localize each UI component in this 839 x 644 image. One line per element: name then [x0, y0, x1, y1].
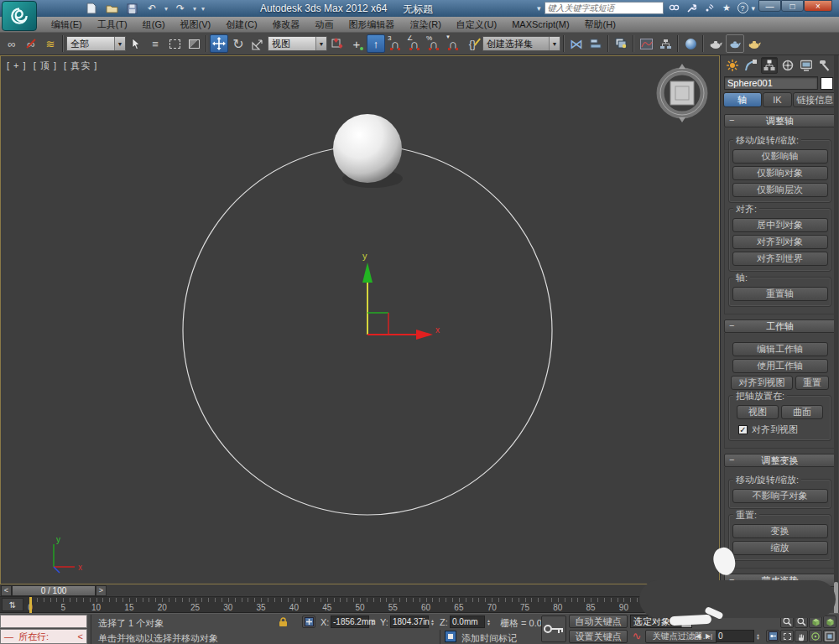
- viewport-canvas[interactable]: y x y x: [1, 56, 719, 584]
- subscription-wrench-icon[interactable]: [685, 2, 699, 14]
- unlink-selection-icon[interactable]: ∞: [22, 34, 40, 53]
- place-view-button[interactable]: 视图: [737, 405, 779, 419]
- auto-key-button[interactable]: 自动关键点: [569, 615, 628, 628]
- favorites-star-icon[interactable]: ★: [720, 2, 734, 14]
- menu-maxscript[interactable]: MAXScript(M): [504, 17, 576, 32]
- add-time-tag-icon[interactable]: [445, 631, 456, 642]
- selection-lock-icon[interactable]: [277, 615, 289, 628]
- menu-views[interactable]: 视图(V): [173, 17, 219, 32]
- move-gizmo[interactable]: y x: [362, 251, 440, 340]
- z-spinner[interactable]: ▲▼: [485, 615, 492, 628]
- reset-working-pivot-button[interactable]: 重置: [795, 376, 829, 390]
- zoom-icon[interactable]: [780, 615, 794, 628]
- menu-group[interactable]: 组(G): [135, 17, 173, 32]
- affect-pivot-only-button[interactable]: 仅影响轴: [732, 149, 828, 164]
- y-spinner[interactable]: ▲▼: [429, 615, 436, 628]
- select-and-link-icon[interactable]: ∞: [3, 34, 21, 53]
- spinner-snap-toggle-icon[interactable]: ▼∩: [444, 34, 462, 53]
- viewport-pov-menu[interactable]: [ 顶 ]: [34, 60, 57, 70]
- menu-edit[interactable]: 编辑(E): [44, 17, 90, 32]
- menu-customize[interactable]: 自定义(U): [449, 17, 504, 32]
- subtab-pivot[interactable]: 轴: [723, 92, 762, 107]
- checkbox-box-unchecked[interactable]: ✓: [734, 600, 743, 609]
- edit-named-selection-sets-icon[interactable]: {}: [463, 34, 482, 53]
- align-icon[interactable]: [586, 34, 605, 53]
- keyboard-shortcut-override-icon[interactable]: ↑: [367, 34, 385, 53]
- viewport-shading-menu[interactable]: [ 真实 ]: [64, 60, 97, 70]
- rollout-header[interactable]: − 蒙皮姿势: [724, 574, 836, 587]
- menu-create[interactable]: 创建(C): [218, 17, 264, 32]
- center-to-object-button[interactable]: 居中到对象: [732, 218, 828, 232]
- tab-create-icon[interactable]: [724, 57, 741, 74]
- current-frame-marker[interactable]: [29, 597, 32, 613]
- zoom-all-icon[interactable]: [795, 615, 808, 628]
- select-and-manipulate-icon[interactable]: +: [347, 34, 366, 53]
- maxscript-listener-row[interactable]: — 所在行: <: [0, 629, 87, 644]
- bind-to-space-warp-icon[interactable]: ≋: [41, 34, 60, 53]
- menu-graph-editors[interactable]: 图形编辑器: [341, 17, 403, 32]
- object-name-field[interactable]: [724, 76, 818, 90]
- tab-modify-icon[interactable]: [743, 57, 759, 74]
- viewport-general-menu[interactable]: [ + ]: [7, 60, 27, 70]
- viewport-top[interactable]: [ + ] [ 顶 ] [ 真实 ]: [0, 55, 720, 584]
- spinner-down-icon[interactable]: ▼: [487, 622, 491, 626]
- y-coordinate-field[interactable]: 1804.37in: [390, 615, 429, 628]
- save-file-icon[interactable]: [124, 2, 139, 15]
- spinner-down-icon[interactable]: ▼: [430, 622, 435, 626]
- dropdown-arrow-icon[interactable]: ▼: [315, 37, 326, 50]
- absolute-mode-transform-icon[interactable]: [302, 615, 315, 628]
- panel-scrollbar[interactable]: [834, 55, 838, 613]
- app-menu-button[interactable]: [2, 1, 37, 31]
- time-slider[interactable]: < 0 / 100 >: [0, 584, 720, 597]
- collapse-icon[interactable]: −: [729, 454, 734, 465]
- angle-snap-toggle-icon[interactable]: ∠∩: [405, 34, 424, 53]
- rendered-frame-window-icon[interactable]: [726, 34, 744, 53]
- percent-snap-toggle-icon[interactable]: %∩: [425, 34, 443, 53]
- select-object-icon[interactable]: [127, 34, 145, 53]
- menu-tools[interactable]: 工具(T): [90, 17, 135, 32]
- toolbar-options-icon[interactable]: ▾: [201, 5, 205, 13]
- track-bar[interactable]: ⇅ 05101520253035404550556065707580859095…: [0, 597, 720, 613]
- menu-modifiers[interactable]: 修改器: [265, 17, 308, 32]
- frame-spinner[interactable]: ▲▼: [754, 630, 762, 642]
- subtab-ik[interactable]: IK: [763, 92, 793, 107]
- render-production-icon[interactable]: [745, 34, 763, 53]
- menu-animation[interactable]: 动画: [308, 17, 341, 32]
- add-time-tag-label[interactable]: 添加时间标记: [461, 632, 517, 644]
- edit-working-pivot-button[interactable]: 编辑工作轴: [732, 342, 828, 356]
- select-by-name-icon[interactable]: ≡: [146, 34, 164, 53]
- z-coordinate-field[interactable]: 0.0mm: [450, 615, 485, 628]
- set-key-button[interactable]: 设置关键点: [569, 630, 628, 643]
- redo-button[interactable]: ↷: [173, 2, 188, 15]
- dropdown-arrow-icon[interactable]: ▼: [114, 37, 125, 50]
- search-input[interactable]: [545, 2, 664, 14]
- communication-center-icon[interactable]: [702, 2, 717, 14]
- redo-dropdown-icon[interactable]: ▾: [193, 5, 196, 13]
- dont-affect-children-button[interactable]: 不影响子对象: [732, 489, 828, 503]
- rollout-header[interactable]: − 调整轴: [724, 114, 836, 127]
- time-slider-value[interactable]: 0 / 100: [12, 585, 96, 596]
- select-and-move-icon[interactable]: [210, 34, 228, 53]
- sphere-object[interactable]: [333, 114, 402, 183]
- maximize-button[interactable]: □: [781, 0, 804, 12]
- named-selection-sets-dropdown[interactable]: 创建选择集 ▼: [482, 36, 560, 51]
- key-filters-curve-icon[interactable]: ∿: [630, 630, 644, 642]
- align-to-world-button[interactable]: 对齐到世界: [732, 252, 828, 266]
- selected-filter-dropdown[interactable]: 选定对象 ▼: [630, 615, 692, 628]
- spinner-down-icon[interactable]: ▼: [756, 636, 760, 640]
- zoom-extents-all-icon[interactable]: [823, 615, 836, 628]
- go-to-end-icon[interactable]: ▶|: [703, 630, 715, 642]
- affect-hierarchy-only-button[interactable]: 仅影响层次: [732, 183, 828, 197]
- help-dropdown-icon[interactable]: ▾: [752, 4, 756, 13]
- go-to-start-icon[interactable]: |◀: [691, 630, 703, 642]
- material-editor-icon[interactable]: [681, 34, 700, 53]
- object-color-swatch[interactable]: [821, 77, 833, 90]
- open-file-icon[interactable]: [104, 2, 119, 15]
- dropdown-arrow-icon[interactable]: ▼: [549, 37, 560, 50]
- key-mode-toggle-icon[interactable]: [766, 630, 779, 642]
- select-and-scale-icon[interactable]: [248, 34, 267, 53]
- current-frame-field[interactable]: 0: [716, 630, 754, 642]
- collapse-icon[interactable]: −: [729, 574, 734, 584]
- search-expand-icon[interactable]: ▾: [537, 4, 541, 13]
- undo-button[interactable]: ↶: [144, 2, 159, 15]
